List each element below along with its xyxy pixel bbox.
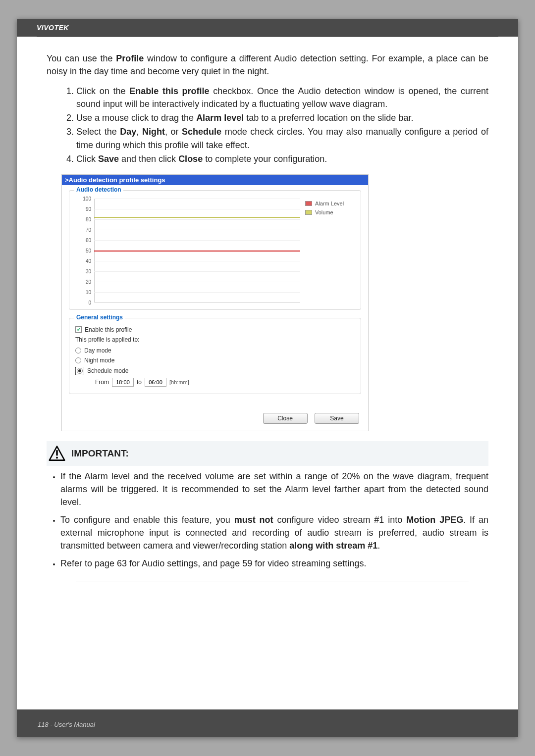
from-label: From — [95, 379, 109, 386]
text: Select the — [76, 127, 120, 137]
chart-legend: Alarm Level Volume — [305, 196, 355, 302]
legend-alarm-label: Alarm Level — [315, 201, 344, 206]
enable-profile-row[interactable]: ✔ Enable this profile — [75, 326, 355, 333]
y-tick-label: 10 — [79, 289, 91, 295]
text-bold: Close — [178, 154, 203, 164]
text: tab to a preferred location on the slide… — [244, 113, 413, 123]
bottom-divider — [76, 582, 469, 582]
important-bullets: If the Alarm level and the received volu… — [60, 470, 488, 570]
text-bold: Day — [120, 127, 136, 137]
intro-paragraph: You can use the Profile window to config… — [47, 52, 488, 78]
grid-line — [94, 292, 300, 293]
hhmm-hint: [hh:mm] — [169, 379, 189, 385]
footer-text: 118 - User's Manual — [38, 721, 95, 728]
svg-point-2 — [56, 456, 58, 458]
close-button[interactable]: Close — [263, 413, 308, 424]
step-4: Click Save and then click Close to compl… — [76, 152, 488, 165]
y-tick-label: 90 — [79, 206, 91, 211]
grid-line — [94, 219, 300, 220]
day-mode-row[interactable]: Day mode — [75, 347, 355, 354]
button-row: Close Save — [62, 409, 368, 431]
y-tick-label: 50 — [79, 248, 91, 253]
text: configure video stream #1 into — [273, 515, 407, 525]
schedule-mode-label: Schedule mode — [87, 367, 128, 374]
step-3: Select the Day, Night, or Schedule mode … — [76, 125, 488, 151]
profile-settings-screenshot: >Audio detection profile settings Audio … — [61, 174, 369, 431]
text-bold: Night — [142, 127, 165, 137]
audio-detection-fieldset: Audio detection 0102030405060708090100 A… — [69, 190, 361, 310]
svg-rect-1 — [56, 450, 57, 455]
y-tick-label: 0 — [79, 300, 91, 305]
y-tick-label: 70 — [79, 227, 91, 232]
volume-line — [94, 217, 300, 218]
night-mode-label: Night mode — [84, 357, 114, 364]
night-mode-row[interactable]: Night mode — [75, 357, 355, 364]
step-1: Click on the Enable this profile checkbo… — [76, 85, 488, 110]
text: and then click — [119, 154, 178, 164]
text-bold: Schedule — [182, 127, 221, 137]
day-mode-label: Day mode — [84, 347, 111, 354]
text: . — [377, 541, 380, 551]
text: To configure and enable this feature, yo… — [60, 515, 234, 525]
grid-line — [94, 261, 300, 261]
grid-line — [94, 199, 300, 199]
grid-line — [94, 230, 300, 230]
brand-label: VIVOTEK — [37, 24, 69, 32]
y-tick-label: 60 — [79, 237, 91, 243]
to-time-input[interactable] — [145, 378, 166, 387]
enable-profile-checkbox[interactable]: ✔ — [75, 326, 82, 333]
text-bold: Save — [98, 154, 119, 164]
warning-icon — [49, 445, 65, 462]
text: Use a mouse click to drag the — [76, 113, 196, 123]
legend-alarm: Alarm Level — [305, 201, 355, 206]
alarm-level-line[interactable] — [94, 251, 300, 252]
grid-line — [94, 271, 300, 272]
legend-volume-label: Volume — [315, 209, 333, 215]
grid-line — [94, 282, 300, 282]
y-tick-label: 20 — [79, 279, 91, 284]
audio-chart[interactable]: 0102030405060708090100 — [79, 199, 300, 302]
grid-line — [94, 240, 300, 241]
night-mode-radio[interactable] — [75, 357, 81, 363]
text: , — [136, 127, 142, 137]
header-bar: VIVOTEK — [17, 19, 518, 37]
save-button[interactable]: Save — [315, 413, 359, 424]
y-tick-label: 100 — [79, 196, 91, 201]
important-header: IMPORTANT: — [47, 441, 488, 466]
text: , or — [165, 127, 182, 137]
day-mode-radio[interactable] — [75, 348, 81, 353]
y-tick-label: 80 — [79, 216, 91, 222]
important-box: IMPORTANT: — [47, 441, 488, 466]
to-label: to — [137, 379, 142, 386]
schedule-mode-radio[interactable] — [77, 368, 83, 374]
bullet-1: If the Alarm level and the received volu… — [60, 470, 488, 508]
bullet-3: Refer to page 63 for Audio settings, and… — [60, 557, 488, 570]
panel-title: >Audio detection profile settings — [62, 175, 368, 185]
y-tick-label: 40 — [79, 258, 91, 263]
enable-profile-label: Enable this profile — [85, 326, 132, 333]
y-tick-label: 30 — [79, 268, 91, 274]
text: Click — [76, 154, 98, 164]
bullet-2: To configure and enable this feature, yo… — [60, 513, 488, 552]
important-title: IMPORTANT: — [71, 448, 129, 459]
applied-to-label: This profile is applied to: — [75, 336, 355, 343]
text-bold: Alarm level — [196, 113, 244, 123]
legend-volume: Volume — [305, 209, 355, 215]
grid-line — [94, 209, 300, 209]
general-settings-fieldset: General settings ✔ Enable this profile T… — [69, 318, 361, 394]
text-bold: must not — [234, 515, 273, 525]
text: If the Alarm level and the received volu… — [60, 471, 488, 507]
text: Click on the — [76, 86, 129, 96]
schedule-time-row: From to [hh:mm] — [95, 378, 355, 387]
swatch-red-icon — [305, 201, 312, 206]
steps-list: Click on the Enable this profile checkbo… — [76, 85, 488, 165]
audio-detection-legend: Audio detection — [74, 186, 123, 193]
swatch-yellow-icon — [305, 210, 312, 215]
from-time-input[interactable] — [112, 378, 134, 387]
schedule-mode-row[interactable]: Schedule mode — [75, 367, 355, 375]
content: You can use the Profile window to config… — [17, 37, 518, 582]
text-bold: Profile — [116, 53, 144, 63]
text-bold: Motion JPEG — [406, 515, 463, 525]
text-bold: along with stream #1 — [289, 541, 377, 551]
text: to complete your configuration. — [203, 154, 327, 164]
